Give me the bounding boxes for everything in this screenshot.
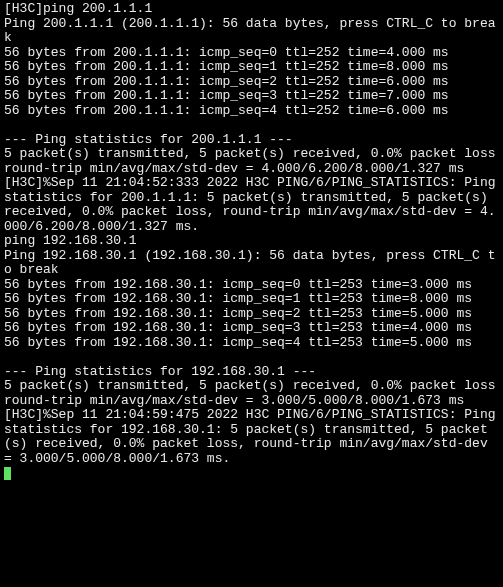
cursor <box>4 467 11 480</box>
terminal-text: [H3C]ping 200.1.1.1 Ping 200.1.1.1 (200.… <box>4 1 503 466</box>
terminal-output[interactable]: [H3C]ping 200.1.1.1 Ping 200.1.1.1 (200.… <box>0 0 503 483</box>
